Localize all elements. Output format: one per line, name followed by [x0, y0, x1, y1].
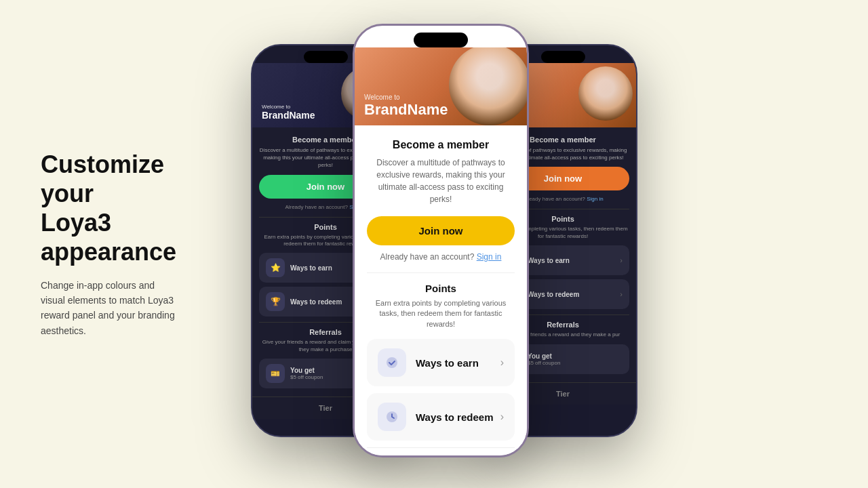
- phone-center-header: Welcome to BrandName: [355, 47, 527, 125]
- points-title-center: Points: [367, 283, 515, 294]
- you-get-info-left: You get $5 off coupon: [290, 367, 323, 380]
- phone-center-brand: Welcome to BrandName: [364, 94, 448, 119]
- points-desc-center: Earn extra points by completing various …: [367, 298, 515, 329]
- phones-showcase: Welcome to BrandName Become a member Dis…: [217, 0, 868, 488]
- become-member-desc-center: Discover a multitude of pathways to excl…: [367, 157, 515, 205]
- you-get-icon-left: 🎫: [266, 364, 285, 383]
- earn-chevron-right: ›: [620, 256, 623, 264]
- earn-icon-left: ⭐: [266, 258, 285, 277]
- redeem-icon-center: [378, 403, 406, 431]
- earn-icon-center: [378, 348, 406, 377]
- description: Change in-app colours and visual element…: [41, 278, 176, 339]
- heading-line2: Loya3 appearance: [41, 209, 176, 266]
- phone-left-brand: Welcome to BrandName: [262, 104, 315, 121]
- svg-point-0: [387, 357, 397, 368]
- become-member-title-center: Become a member: [367, 139, 515, 151]
- phone-left-brandname: BrandName: [262, 110, 315, 121]
- heading-line1: Customize your: [41, 150, 164, 207]
- you-get-info-right: You get $5 off coupon: [528, 352, 560, 366]
- redeem-icon-left: 🏆: [266, 292, 285, 311]
- redeem-chevron-right: ›: [620, 290, 623, 298]
- sign-in-center: Already have an account? Sign in: [367, 252, 515, 262]
- divider2-center: [367, 447, 515, 448]
- phone-left-welcome: Welcome to: [262, 104, 315, 110]
- phone-center-brandname: BrandName: [364, 101, 448, 119]
- ways-redeem-center[interactable]: Ways to redeem ›: [367, 393, 515, 441]
- phone-center-content: Become a member Discover a multitude of …: [355, 125, 527, 458]
- join-btn-center[interactable]: Join now: [367, 216, 515, 245]
- left-panel: Customize your Loya3 appearance Change i…: [0, 150, 217, 338]
- divider1-center: [367, 272, 515, 273]
- earn-chevron-center: ›: [500, 357, 504, 369]
- ways-earn-center[interactable]: Ways to earn ›: [367, 339, 515, 386]
- phone-center: Welcome to BrandName Become a member Dis…: [353, 24, 529, 458]
- heading: Customize your Loya3 appearance: [41, 150, 176, 267]
- dynamic-island-left: [304, 51, 348, 63]
- phone-center-welcome: Welcome to: [364, 94, 448, 101]
- redeem-chevron-center: ›: [500, 411, 504, 423]
- dynamic-island-right: [541, 51, 585, 63]
- dynamic-island-center: [414, 33, 468, 47]
